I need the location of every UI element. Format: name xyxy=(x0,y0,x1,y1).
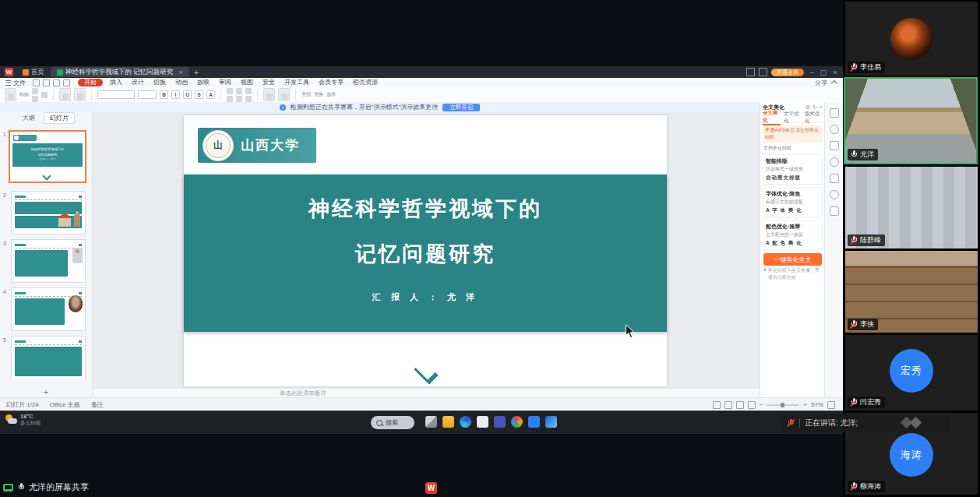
zoom-level[interactable]: 57% xyxy=(811,401,823,408)
file-explorer-icon[interactable] xyxy=(442,416,454,428)
menu-tab-animation[interactable]: 动画 xyxy=(171,78,192,87)
fill-icon[interactable] xyxy=(278,88,290,101)
sidebar-tab-text[interactable]: 文字优化 xyxy=(784,111,802,125)
notes-bar[interactable]: 单击此处添加备注 xyxy=(93,388,760,397)
menu-tab-devtools[interactable]: 开发工具 xyxy=(280,78,314,87)
find-label[interactable]: 查找 xyxy=(301,91,311,98)
refresh-icon[interactable]: ↻ xyxy=(813,104,817,111)
more-panes-icon[interactable] xyxy=(830,206,839,216)
menu-tab-member[interactable]: 会员专享 xyxy=(314,78,348,87)
participant-tile-5[interactable]: 宏秀 闫宏秀 xyxy=(845,335,978,411)
member-promo-link[interactable]: 开通WPS会员 享全部美化特权 xyxy=(763,125,823,143)
sidebar-card-1[interactable]: 智能排版 段落格式一键规整 自动图文排版 xyxy=(763,154,823,185)
zoom-in-button[interactable]: + xyxy=(803,401,807,408)
participant-tile-3[interactable]: 陆群峰 xyxy=(845,167,978,248)
menu-tab-view[interactable]: 视图 xyxy=(236,78,258,87)
menu-tab-design[interactable]: 设计 xyxy=(127,78,149,87)
cut-icon[interactable] xyxy=(32,88,38,94)
paste-icon[interactable] xyxy=(5,88,16,101)
help-pane-icon[interactable] xyxy=(830,190,839,199)
align-center-icon[interactable] xyxy=(227,96,233,102)
current-slide[interactable]: 山 山西大学 神经科学哲学视域下的 记忆问题研究 汇 报 人 ： 尤 洋 xyxy=(184,115,667,386)
layout-picker-icon[interactable] xyxy=(74,88,86,101)
selection-pane-icon[interactable] xyxy=(830,174,839,183)
zoom-slider[interactable] xyxy=(767,404,799,406)
edge-browser-icon[interactable] xyxy=(460,416,471,428)
add-slide-button[interactable]: + xyxy=(0,386,92,397)
taskbar-search[interactable]: 搜索 xyxy=(371,416,414,429)
weather-widget[interactable]: 18°C 多云转晴 xyxy=(5,414,41,426)
task-view-icon[interactable] xyxy=(425,416,437,428)
member-pill-button[interactable]: 开通会员 xyxy=(771,69,804,76)
print-icon[interactable] xyxy=(43,79,50,86)
reading-view-icon[interactable] xyxy=(736,401,744,409)
sidebar-card-3[interactable]: 配色优化·推荐 全文配色统一焕新 A 配 色 美 化 xyxy=(763,220,823,250)
menu-tab-review[interactable]: 审阅 xyxy=(214,78,236,87)
bullets-icon[interactable] xyxy=(236,88,242,94)
replace-label[interactable]: 替换 xyxy=(314,91,323,98)
slide-thumbnail-3[interactable] xyxy=(11,239,86,283)
qq-icon[interactable] xyxy=(528,416,540,428)
skin-icon[interactable] xyxy=(759,68,767,76)
beautify-all-button[interactable]: 一键美化全文 xyxy=(763,253,822,266)
new-slide-icon[interactable] xyxy=(59,88,71,101)
copy-icon[interactable] xyxy=(32,96,38,102)
slide-thumbnail-4[interactable] xyxy=(11,287,86,331)
participant-tile-2[interactable]: 尤洋 xyxy=(844,77,978,164)
minimize-icon[interactable]: – xyxy=(808,69,816,76)
photos-icon[interactable] xyxy=(545,416,557,428)
participant-tile-4[interactable]: 李侠 xyxy=(845,251,978,333)
font-size-select[interactable] xyxy=(138,90,157,99)
line-spacing-icon[interactable] xyxy=(245,88,252,94)
tab-outline[interactable]: 大纲 xyxy=(17,113,41,123)
new-tab-button[interactable]: + xyxy=(194,68,199,77)
slide-sorter-icon[interactable] xyxy=(724,401,732,409)
participant-tile-1[interactable]: 李佳易 xyxy=(845,2,978,76)
sidebar-card-2[interactable]: 字体优化·限免 标题正文智能搭配 A 字 体 美 化 xyxy=(763,187,823,217)
settings-icon[interactable]: ⚙ xyxy=(806,104,810,111)
collapse-ribbon-icon[interactable] xyxy=(831,80,837,86)
animation-pane-icon[interactable] xyxy=(830,125,839,134)
bold-button[interactable]: B xyxy=(160,90,168,99)
font-family-select[interactable] xyxy=(97,90,135,99)
text-direction-icon[interactable] xyxy=(245,96,252,102)
slideshow-icon[interactable] xyxy=(748,401,756,409)
menu-file[interactable]: 文件 xyxy=(0,79,31,87)
select-label[interactable]: 选择 xyxy=(326,91,336,98)
undo-icon[interactable] xyxy=(53,79,60,86)
underline-button[interactable]: U xyxy=(183,90,192,99)
menu-tab-start[interactable]: 开始 xyxy=(78,79,103,86)
meeting-app-icon[interactable] xyxy=(511,416,523,428)
menu-tab-security[interactable]: 安全 xyxy=(258,78,280,87)
redo-icon[interactable] xyxy=(63,79,70,86)
menu-tab-docer[interactable]: 稻壳资源 xyxy=(348,78,382,87)
fit-slide-icon[interactable] xyxy=(827,401,835,409)
close-icon[interactable]: × xyxy=(831,69,839,76)
sidebar-tab-beautify[interactable]: 全文美化 xyxy=(763,110,781,125)
tab-document[interactable]: 神经科学哲学视域下的 记忆问题研究 × xyxy=(51,67,189,77)
sidebar-tab-layout[interactable]: 版式优化 xyxy=(805,111,823,125)
menu-tab-transition[interactable]: 切换 xyxy=(149,78,171,87)
notes-toggle[interactable]: 备注 xyxy=(91,400,104,409)
shapes-icon[interactable] xyxy=(263,88,275,101)
normal-view-icon[interactable] xyxy=(713,401,721,409)
numbering-icon[interactable] xyxy=(236,96,242,102)
menu-tab-insert[interactable]: 插入 xyxy=(105,78,127,87)
notification-action-button[interactable]: 立即开启 xyxy=(442,104,480,111)
tab-slides[interactable]: 幻灯片 xyxy=(44,112,75,124)
save-icon[interactable] xyxy=(33,79,40,86)
italic-button[interactable]: I xyxy=(171,90,180,99)
tab-home[interactable]: 首页 xyxy=(16,67,51,77)
layout-icon[interactable] xyxy=(746,68,755,76)
align-left-icon[interactable] xyxy=(227,88,233,94)
comments-pane-icon[interactable] xyxy=(830,157,839,167)
slide-thumbnail-5[interactable] xyxy=(11,336,86,378)
sidebar-close-icon[interactable]: × xyxy=(820,104,823,111)
document-tab-close-icon[interactable]: × xyxy=(178,69,182,76)
store-icon[interactable] xyxy=(477,416,488,428)
slide-thumbnail-2[interactable] xyxy=(11,191,86,234)
strikethrough-button[interactable]: S xyxy=(195,90,203,99)
teams-icon[interactable] xyxy=(494,416,506,428)
font-color-button[interactable]: A xyxy=(206,90,215,99)
zoom-out-button[interactable]: − xyxy=(760,401,763,408)
